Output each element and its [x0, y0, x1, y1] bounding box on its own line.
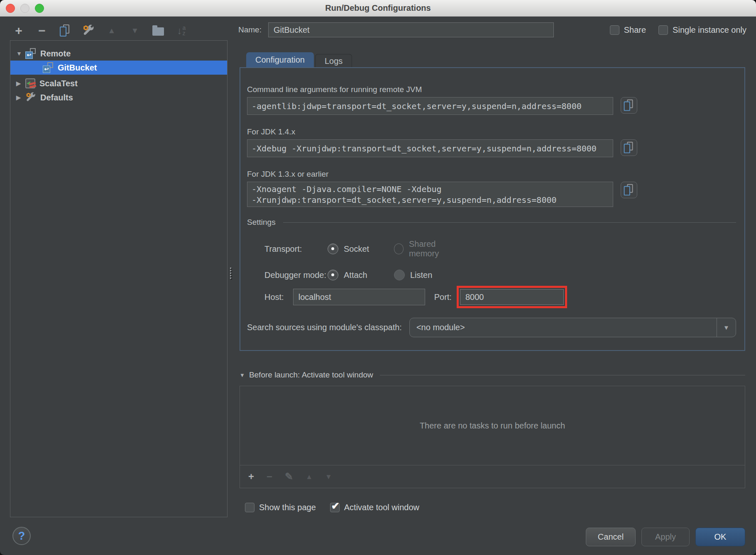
- configurations-toolbar: + − ▲ ▼ ↓ az: [12, 22, 188, 40]
- question-mark-icon: ?: [18, 530, 25, 543]
- edit-defaults-button[interactable]: [82, 24, 95, 37]
- radio-attach[interactable]: Attach: [328, 270, 394, 280]
- move-up-button[interactable]: ▲: [105, 24, 118, 37]
- before-launch-label: Before launch: Activate tool window: [249, 370, 373, 380]
- radio-unselected-icon: [394, 270, 405, 280]
- move-task-up-button[interactable]: ▲: [306, 473, 313, 480]
- module-classpath-combobox[interactable]: <no module> ▼: [409, 318, 736, 337]
- cmd-args-input[interactable]: [247, 97, 613, 115]
- cmd-args-label: Command line arguments for running remot…: [247, 85, 736, 94]
- host-input[interactable]: [293, 289, 425, 305]
- combobox-value: <no module>: [410, 323, 717, 332]
- radio-listen[interactable]: Listen: [394, 270, 460, 280]
- tree-item-gitbucket[interactable]: ↩ GitBucket: [10, 61, 227, 75]
- wrench-icon: [82, 24, 95, 37]
- configuration-panel: Command line arguments for running remot…: [240, 67, 745, 351]
- checkbox-icon: [245, 503, 254, 512]
- move-down-icon: ▼: [131, 26, 139, 35]
- copy-to-clipboard-button[interactable]: [621, 182, 637, 198]
- plus-icon: +: [15, 24, 22, 37]
- scalatest-icon: [25, 78, 35, 88]
- settings-label: Settings: [247, 218, 276, 227]
- copy-icon: [59, 24, 71, 37]
- jdk14-label: For JDK 1.4.x: [247, 127, 736, 136]
- single-instance-checkbox[interactable]: Single instance only: [658, 25, 746, 35]
- host-label: Host:: [264, 292, 284, 302]
- sort-configurations-button[interactable]: ↓ az: [175, 24, 188, 37]
- transport-label: Transport:: [264, 244, 328, 254]
- checkbox-icon: [610, 25, 619, 35]
- collapse-arrow-icon[interactable]: ▼: [16, 50, 23, 57]
- empty-task-list-text: There are no tasks to run before launch: [240, 386, 745, 465]
- titlebar: Run/Debug Configurations: [0, 0, 756, 17]
- show-this-page-checkbox[interactable]: Show this page: [245, 503, 316, 512]
- move-task-down-button[interactable]: ▼: [325, 473, 332, 480]
- share-checkbox[interactable]: Share: [610, 25, 646, 35]
- apply-button[interactable]: Apply: [641, 528, 690, 546]
- radio-socket[interactable]: Socket: [328, 243, 394, 254]
- copy-icon: [624, 100, 635, 112]
- name-input[interactable]: [268, 22, 554, 37]
- radio-shared-memory: Shared memory: [394, 239, 460, 258]
- expand-arrow-icon[interactable]: ▶: [16, 80, 23, 87]
- remote-config-icon: ↩: [25, 48, 36, 59]
- debugger-mode-label: Debugger mode:: [264, 270, 328, 280]
- remote-config-icon: ↩: [43, 62, 54, 73]
- cancel-button[interactable]: Cancel: [586, 528, 636, 546]
- tree-item-remote[interactable]: ▼ ↩ Remote: [10, 46, 227, 61]
- config-tabs: Configuration Logs: [246, 52, 352, 68]
- search-sources-label: Search sources using module's classpath:: [247, 323, 402, 332]
- chevron-down-icon[interactable]: ▼: [717, 318, 736, 337]
- name-label: Name:: [238, 25, 262, 34]
- copy-configuration-button[interactable]: [59, 24, 71, 37]
- jdk13-label: For JDK 1.3.x or earlier: [247, 170, 736, 179]
- remove-task-button[interactable]: −: [267, 472, 272, 482]
- port-highlight-annotation: [457, 286, 567, 308]
- close-window-button[interactable]: [6, 4, 15, 13]
- copy-icon: [624, 142, 635, 154]
- checkbox-checked-icon: ✔: [330, 503, 340, 512]
- port-input[interactable]: [460, 289, 564, 305]
- before-launch-task-list: There are no tasks to run before launch …: [240, 386, 745, 488]
- checkbox-icon: [658, 25, 668, 35]
- run-debug-configurations-dialog: Run/Debug Configurations + − ▲ ▼ ↓ az ▼: [0, 0, 756, 555]
- radio-selected-icon: [328, 243, 338, 254]
- copy-to-clipboard-button[interactable]: [621, 139, 637, 156]
- minimize-window-button[interactable]: [20, 4, 29, 13]
- expand-arrow-icon[interactable]: ▶: [16, 94, 23, 101]
- tab-configuration[interactable]: Configuration: [246, 52, 314, 68]
- copy-to-clipboard-button[interactable]: [621, 97, 637, 114]
- add-task-button[interactable]: +: [248, 472, 254, 482]
- create-folder-button[interactable]: [152, 24, 164, 37]
- separator-line: [283, 222, 736, 223]
- move-down-button[interactable]: ▼: [129, 24, 141, 37]
- tree-item-scalatest[interactable]: ▶ ScalaTest: [10, 76, 227, 90]
- zoom-window-button[interactable]: [35, 4, 44, 13]
- minus-icon: −: [38, 24, 46, 37]
- move-up-icon: ▲: [108, 26, 116, 35]
- window-title: Run/Debug Configurations: [325, 3, 431, 13]
- jdk14-args-input[interactable]: [247, 139, 613, 157]
- help-button[interactable]: ?: [12, 527, 31, 545]
- tab-logs[interactable]: Logs: [315, 54, 352, 68]
- task-list-toolbar: + − ✎ ▲ ▼: [240, 465, 745, 488]
- tree-item-defaults[interactable]: ▶ Defaults: [10, 90, 227, 105]
- configurations-tree: ▼ ↩ Remote ↩ GitBucket ▶ ScalaTest ▶ Def…: [10, 40, 228, 517]
- edit-task-button[interactable]: ✎: [285, 472, 293, 482]
- radio-selected-icon: [328, 270, 338, 280]
- sort-az-icon: ↓ az: [177, 25, 186, 36]
- defaults-icon: [25, 92, 36, 103]
- radio-disabled-icon: [394, 243, 404, 254]
- collapse-arrow-icon[interactable]: ▼: [240, 372, 245, 378]
- remove-configuration-button[interactable]: −: [36, 24, 48, 37]
- port-label: Port:: [434, 292, 452, 302]
- separator-line: [380, 375, 745, 375]
- panel-splitter-handle[interactable]: [230, 268, 231, 279]
- jdk13-args-field[interactable]: -Xnoagent -Djava.compiler=NONE -Xdebug -…: [247, 182, 613, 207]
- ok-button[interactable]: OK: [695, 528, 745, 546]
- activate-tool-window-checkbox[interactable]: ✔ Activate tool window: [330, 503, 419, 512]
- copy-icon: [624, 184, 635, 196]
- folder-icon: [152, 27, 164, 36]
- add-configuration-button[interactable]: +: [12, 24, 25, 37]
